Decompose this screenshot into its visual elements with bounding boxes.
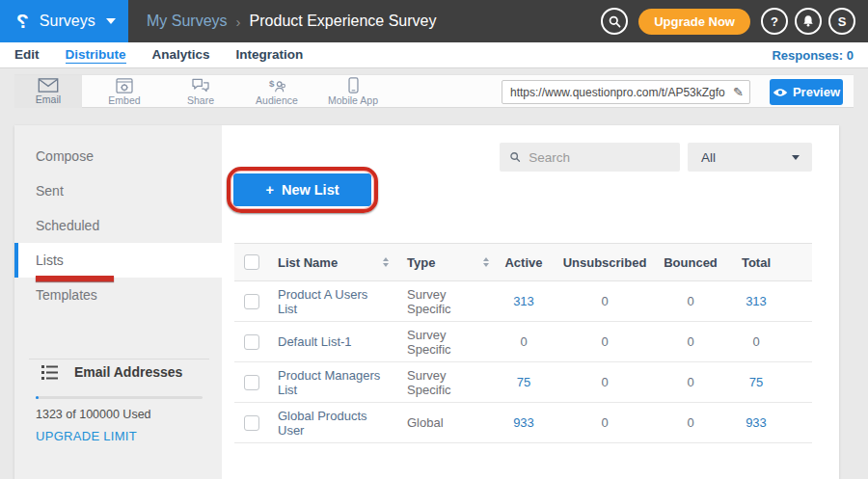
total-count[interactable]: 933: [722, 415, 790, 430]
column-unsubscribed: Unsubscribed: [551, 255, 659, 270]
channel-embed[interactable]: Embed: [91, 75, 158, 108]
tab-distribute[interactable]: Distribute: [66, 47, 126, 64]
usage-progress-fill: [36, 396, 39, 399]
chevron-down-icon: [106, 18, 116, 24]
new-list-button[interactable]: + New List: [233, 173, 371, 206]
list-icon: [41, 365, 58, 380]
list-filter-dropdown[interactable]: All: [688, 143, 812, 172]
list-name-link[interactable]: Product A Users List: [278, 287, 389, 316]
product-switcher[interactable]: ? Surveys: [0, 0, 128, 42]
responses-counter[interactable]: Responses: 0: [772, 48, 854, 63]
avatar-initial: S: [838, 14, 847, 29]
channel-label: Audience: [256, 94, 298, 106]
channel-label: Mobile App: [328, 94, 378, 106]
share-icon: [191, 78, 210, 93]
embed-icon: [116, 78, 133, 93]
list-name-link[interactable]: Global Products User: [278, 409, 389, 438]
notifications-button[interactable]: [795, 8, 822, 35]
unsubscribed-count[interactable]: 0: [551, 334, 659, 349]
sidebar-menu: Compose Sent Scheduled Lists Templates: [14, 125, 222, 312]
table-row: Global Products User Global 933 0 0 933: [234, 403, 812, 443]
preview-button[interactable]: Preview: [770, 79, 843, 105]
list-type: Global: [407, 415, 444, 430]
breadcrumb-separator: ›: [236, 13, 241, 30]
chevron-down-icon: [792, 155, 800, 160]
total-count[interactable]: 0: [722, 334, 790, 349]
email-addresses-header: Email Addresses: [41, 364, 182, 380]
help-button[interactable]: ?: [761, 8, 788, 35]
distribute-toolbar: Email Embed Share $ Audience Mobile App …: [14, 74, 854, 108]
bounced-count[interactable]: 0: [659, 375, 722, 389]
channel-label: Email: [36, 93, 61, 105]
search-icon: [608, 14, 622, 29]
edit-url-pencil-icon[interactable]: ✎: [731, 85, 746, 99]
sidebar-item-templates[interactable]: Templates: [14, 278, 222, 312]
channel-list: Email Embed Share $ Audience Mobile App: [14, 75, 387, 108]
row-checkbox[interactable]: [244, 334, 259, 350]
channel-mobile-app[interactable]: Mobile App: [319, 75, 387, 108]
unsubscribed-count[interactable]: 0: [551, 294, 659, 308]
upgrade-now-button[interactable]: Upgrade Now: [638, 9, 750, 35]
upgrade-limit-link[interactable]: UPGRADE LIMIT: [36, 429, 137, 443]
total-count[interactable]: 75: [722, 375, 790, 389]
channel-audience[interactable]: $ Audience: [243, 75, 311, 108]
survey-url-input[interactable]: [510, 86, 731, 99]
column-list-name[interactable]: List Name: [278, 255, 338, 270]
list-search-input[interactable]: [529, 150, 670, 165]
filter-value: All: [701, 150, 716, 165]
account-avatar[interactable]: S: [828, 8, 855, 35]
active-count[interactable]: 933: [497, 415, 551, 430]
row-checkbox[interactable]: [244, 375, 259, 390]
tab-integration[interactable]: Integration: [236, 47, 304, 63]
svg-text:$: $: [269, 78, 275, 89]
list-search-box: [500, 143, 680, 172]
usage-text: 1323 of 100000 Used: [36, 408, 151, 421]
breadcrumb-survey-title: Product Experience Survey: [250, 13, 437, 30]
column-active: Active: [497, 255, 551, 270]
active-count[interactable]: 313: [497, 294, 551, 308]
channel-share[interactable]: Share: [167, 75, 234, 108]
audience-icon: $: [267, 78, 286, 93]
list-name-link[interactable]: Product Managers List: [278, 368, 389, 397]
row-checkbox[interactable]: [244, 415, 259, 431]
email-sidebar: Compose Sent Scheduled Lists Templates E…: [14, 125, 222, 479]
channel-email[interactable]: Email: [14, 75, 82, 108]
eye-icon: [773, 88, 788, 97]
topbar-actions: Upgrade Now ? S: [601, 8, 855, 35]
list-type: Survey Specific: [407, 287, 489, 316]
list-type: Survey Specific: [407, 328, 489, 357]
row-checkbox[interactable]: [244, 294, 259, 309]
bounced-count[interactable]: 0: [659, 334, 722, 349]
active-count[interactable]: 0: [497, 334, 551, 349]
bounced-count[interactable]: 0: [659, 415, 722, 430]
mobile-phone-icon: [348, 77, 359, 93]
table-header-row: List Name Type Active Unsubscribed Bounc…: [234, 243, 812, 281]
search-button[interactable]: [601, 8, 628, 35]
content-card: Compose Sent Scheduled Lists Templates E…: [14, 125, 839, 479]
bounced-count[interactable]: 0: [659, 294, 722, 308]
search-icon: [509, 150, 521, 164]
table-row: Default List-1 Survey Specific 0 0 0 0: [234, 322, 812, 362]
select-all-checkbox[interactable]: [244, 254, 259, 270]
unsubscribed-count[interactable]: 0: [551, 415, 659, 430]
questionpro-logo-icon: ?: [16, 10, 29, 33]
active-count[interactable]: 75: [497, 375, 551, 389]
tab-edit[interactable]: Edit: [14, 47, 40, 63]
email-addresses-title: Email Addresses: [74, 364, 182, 380]
tab-analytics[interactable]: Analytics: [152, 47, 210, 63]
total-count[interactable]: 313: [722, 294, 790, 308]
sort-icon[interactable]: [383, 257, 389, 267]
question-mark-icon: ?: [771, 14, 778, 29]
sidebar-item-scheduled[interactable]: Scheduled: [14, 208, 222, 243]
plus-icon: +: [265, 182, 273, 198]
survey-nav-tabs: Edit Distribute Analytics Integration Re…: [0, 42, 868, 68]
unsubscribed-count[interactable]: 0: [551, 375, 659, 389]
sidebar-item-sent[interactable]: Sent: [14, 173, 222, 208]
column-type[interactable]: Type: [407, 255, 435, 270]
top-bar: ? Surveys My Surveys › Product Experienc…: [0, 0, 868, 42]
sidebar-item-compose[interactable]: Compose: [14, 139, 222, 173]
sort-icon[interactable]: [483, 257, 489, 267]
breadcrumb-my-surveys[interactable]: My Surveys: [147, 13, 228, 30]
list-name-link[interactable]: Default List-1: [278, 334, 352, 349]
sidebar-item-lists[interactable]: Lists: [14, 243, 222, 278]
